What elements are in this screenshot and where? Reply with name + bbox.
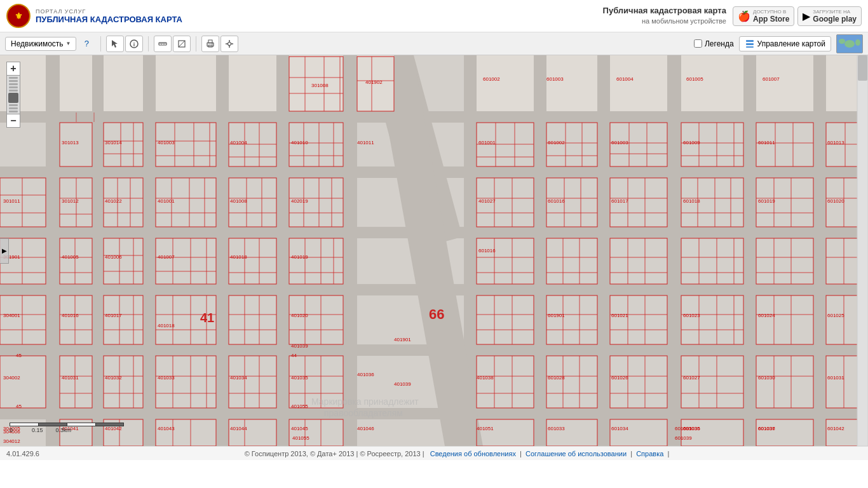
parcel-label-601003: 601003 (546, 76, 564, 82)
portal-label: ПОРТАЛ УСЛУГ (36, 8, 182, 15)
zoom-out-button[interactable]: − (6, 114, 20, 128)
parcel-label-601023: 601023 (683, 313, 700, 318)
svg-rect-58 (546, 55, 597, 111)
apple-icon: 🍎 (738, 10, 750, 22)
navigation-tools: i (106, 36, 143, 52)
footer-sep-3: | (667, 450, 669, 458)
google-play-button[interactable]: ▶ ЗАГРУЗИТЕ НА Google play (797, 6, 862, 26)
app-store-button[interactable]: 🍎 Доступно в App Store (733, 6, 794, 26)
svg-rect-51 (60, 55, 92, 111)
footer-link-updates[interactable]: Сведения об обновлениях (430, 450, 516, 458)
manage-map-button[interactable]: Управление картой (739, 36, 831, 51)
parcel-label-401032: 401032 (105, 375, 122, 381)
settings-button[interactable] (220, 36, 238, 52)
parcel-label-401016: 401016 (62, 313, 79, 318)
parcel-label-601005: 601005 (686, 76, 703, 82)
zoom-tick-4[interactable] (9, 86, 18, 88)
zoom-tick-1[interactable] (9, 77, 18, 79)
parcel-label-601019: 601019 (758, 198, 775, 204)
svg-rect-379 (857, 55, 868, 446)
svg-rect-57 (477, 55, 534, 111)
zoom-tick-3[interactable] (9, 83, 18, 85)
footer-link-agreement[interactable]: Соглашение об использовании (526, 450, 627, 458)
parcel-label-401004: 401004 (230, 140, 247, 146)
parcel-label-401018: 401018 (230, 254, 247, 260)
parcel-label-601021: 601021 (611, 313, 628, 318)
footer-sep-2: | (630, 450, 632, 458)
parcel-label-401011: 401011 (357, 140, 374, 146)
footer-sep-1: | (520, 450, 522, 458)
svg-rect-24 (746, 46, 754, 48)
measure-button[interactable] (154, 36, 172, 52)
parcel-label-401051: 401051 (477, 426, 494, 431)
manage-map-label: Управление картой (757, 39, 825, 48)
zoom-tick-6[interactable] (9, 104, 18, 106)
legend-label: Легенда (705, 39, 734, 48)
parcel-label-401901: 401901 (394, 337, 411, 342)
help-icon-btn[interactable]: ? (78, 36, 95, 52)
footer-center: © Госпицентр 2013, © Дата+ 2013 | © Роср… (52, 450, 862, 458)
zoom-tick-8[interactable] (9, 111, 18, 112)
app-store-label: App Store (753, 15, 789, 24)
legend-checkbox-label[interactable]: Легенда (694, 39, 734, 48)
parcel-label-401031: 401031 (62, 375, 79, 381)
zoom-indicator[interactable] (8, 93, 18, 103)
parcel-label-601028: 601028 (548, 375, 565, 381)
scale-value-0: 0 (10, 427, 13, 433)
zoom-tick-2[interactable] (9, 80, 18, 82)
parcel-label-401019: 401019 (291, 254, 308, 260)
svg-point-27 (839, 39, 845, 44)
watermark-text-2: правообладателям (324, 408, 403, 418)
left-panel-toggle[interactable]: ▶ (0, 238, 9, 264)
site-title: ПУБЛИЧНАЯ КАДАСТРОВАЯ КАРТА (36, 15, 182, 24)
scale-labels: 0 0.15 0.3km (10, 427, 71, 433)
parcel-label-601016b: 601016 (478, 248, 496, 254)
footer-link-help[interactable]: Справка (636, 450, 663, 458)
map-area[interactable]: 301008 401902 601002 601003 601004 60100… (0, 55, 868, 446)
parcel-label-601001: 601001 (478, 140, 496, 146)
parcel-label-601024: 601024 (758, 313, 775, 318)
svg-point-16 (212, 43, 214, 44)
parcel-label-401027: 401027 (478, 198, 496, 204)
svg-rect-59 (610, 55, 667, 111)
parcel-label-601013: 601013 (827, 140, 844, 146)
parcel-label-41: 41 (200, 311, 214, 325)
identify-button[interactable]: i (125, 36, 143, 52)
mobile-subtext: на мобильном устройстве (603, 17, 726, 25)
parcel-label-401020: 401020 (291, 313, 308, 318)
world-map-thumbnail[interactable] (836, 34, 863, 53)
property-type-dropdown[interactable]: Недвижимость ▼ (5, 37, 76, 51)
svg-rect-48 (0, 408, 868, 419)
parcel-label-401005: 401005 (62, 254, 79, 260)
property-type-group: Недвижимость ▼ ? (5, 36, 95, 52)
legend-checkbox[interactable] (694, 39, 702, 48)
svg-text:i: i (133, 41, 135, 48)
layers-icon (745, 39, 755, 49)
parcel-label-601002b: 601002 (548, 140, 565, 146)
parcel-label-601034: 601034 (611, 426, 628, 431)
zoom-in-button[interactable]: + (6, 62, 20, 76)
print-tools (201, 36, 238, 52)
measure-area-button[interactable] (173, 36, 191, 52)
parcel-label-401046: 401046 (357, 426, 374, 431)
cursor-tool-button[interactable] (106, 36, 124, 52)
svg-rect-22 (746, 40, 754, 42)
dropdown-arrow-icon: ▼ (66, 41, 71, 46)
print-button[interactable] (201, 36, 219, 52)
scale-value-1: 0.15 (32, 427, 43, 433)
watermark-text-1: Маркировка принадлежит (311, 396, 419, 407)
logo-emblem: ⚜ (6, 4, 31, 28)
toolbar-right: Легенда Управление картой (694, 34, 863, 53)
scale-segment-3 (67, 423, 95, 426)
zoom-tick-5[interactable] (9, 90, 18, 92)
parcel-label-401035: 401035 (291, 375, 308, 381)
parcel-label-601027: 601027 (683, 375, 700, 381)
zoom-tick-7[interactable] (9, 107, 18, 109)
svg-rect-53 (156, 55, 216, 111)
parcel-label-601009: 601009 (683, 140, 700, 146)
svg-line-12 (179, 41, 185, 47)
footer-copyright: © Госпицентр 2013, © Дата+ 2013 | © Роср… (245, 450, 424, 458)
parcel-label-601018: 601018 (683, 198, 700, 204)
parcel-label-401010: 401010 (291, 140, 308, 146)
footer-version: 4.01.429.6 (6, 450, 39, 458)
